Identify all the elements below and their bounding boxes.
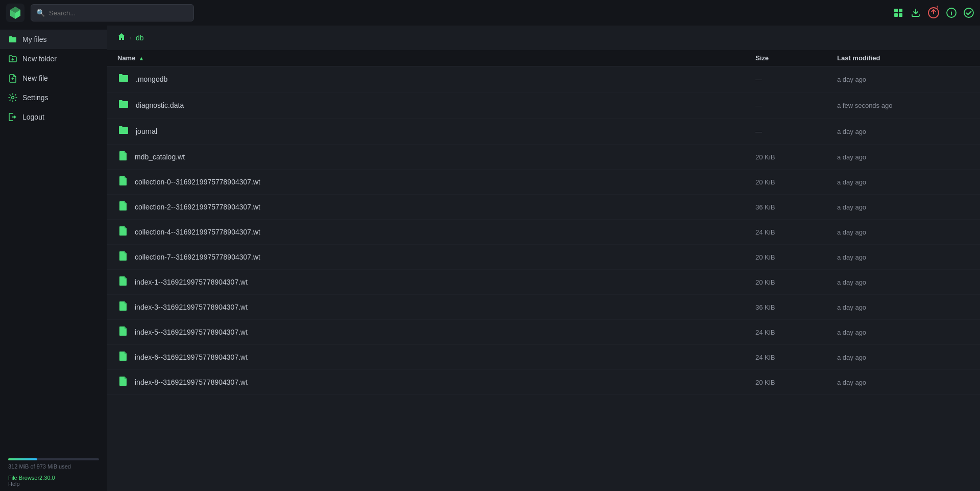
svg-rect-3 xyxy=(894,13,898,17)
file-name-label: index-1--3169219975778904307.wt xyxy=(135,278,248,286)
file-size-label: — xyxy=(755,102,837,109)
upload-icon[interactable]: ↑ xyxy=(928,7,939,18)
plus-folder-icon xyxy=(8,54,17,63)
sidebar-item-my-files[interactable]: My files xyxy=(0,30,107,49)
file-name-label: index-6--3169219975778904307.wt xyxy=(135,353,248,361)
check-icon[interactable] xyxy=(964,8,974,18)
file-name-label: collection-2--3169219975778904307.wt xyxy=(135,203,260,211)
file-size-label: 20 KiB xyxy=(755,379,837,386)
file-date-label: a day ago xyxy=(837,329,970,336)
app-body: My files New folder New file xyxy=(0,26,980,491)
svg-point-8 xyxy=(964,8,973,17)
storage-bar-bg xyxy=(8,458,99,460)
table-row[interactable]: index-5--3169219975778904307.wt 24 KiB a… xyxy=(107,320,980,345)
sidebar-storage: 312 MiB of 973 MiB used File Browser2.30… xyxy=(0,452,107,491)
file-icon xyxy=(117,175,129,189)
file-date-label: a day ago xyxy=(837,76,970,83)
table-row[interactable]: index-1--3169219975778904307.wt 20 KiB a… xyxy=(107,270,980,295)
file-size-label: 24 KiB xyxy=(755,354,837,361)
table-row[interactable]: index-6--3169219975778904307.wt 24 KiB a… xyxy=(107,345,980,370)
file-name-label: diagnostic.data xyxy=(136,101,184,109)
col-size[interactable]: Size xyxy=(755,54,837,62)
breadcrumb-home[interactable] xyxy=(117,33,126,43)
table-row[interactable]: index-3--3169219975778904307.wt 36 KiB a… xyxy=(107,295,980,320)
breadcrumb: › db xyxy=(107,26,980,50)
table-header: Name ▲ Size Last modified xyxy=(107,50,980,66)
storage-label: 312 MiB of 973 MiB used xyxy=(8,463,99,470)
file-date-label: a day ago xyxy=(837,379,970,386)
file-date-label: a day ago xyxy=(837,253,970,261)
search-input[interactable] xyxy=(49,9,188,17)
file-size-label: 20 KiB xyxy=(755,278,837,286)
app-header: 🔍 ↑ i xyxy=(0,0,980,26)
grid-icon[interactable] xyxy=(893,8,903,18)
table-row[interactable]: collection-2--3169219975778904307.wt 36 … xyxy=(107,195,980,220)
sidebar-item-settings[interactable]: Settings xyxy=(0,88,107,107)
file-date-label: a day ago xyxy=(837,178,970,186)
file-icon xyxy=(117,150,129,164)
svg-text:i: i xyxy=(950,9,952,17)
breadcrumb-db[interactable]: db xyxy=(136,34,144,42)
table-row[interactable]: collection-0--3169219975778904307.wt 20 … xyxy=(107,170,980,195)
info-icon[interactable]: i xyxy=(946,8,957,18)
file-size-label: — xyxy=(755,128,837,135)
file-name-label: collection-0--3169219975778904307.wt xyxy=(135,178,260,186)
table-row[interactable]: collection-7--3169219975778904307.wt 20 … xyxy=(107,245,980,270)
file-icon xyxy=(117,200,129,214)
table-row[interactable]: .mongodb — a day ago xyxy=(107,66,980,92)
svg-rect-2 xyxy=(899,9,902,12)
table-row[interactable]: diagnostic.data — a few seconds ago xyxy=(107,92,980,119)
folder-icon xyxy=(117,72,130,87)
sidebar-item-new-folder[interactable]: New folder xyxy=(0,49,107,68)
file-icon xyxy=(117,225,129,239)
breadcrumb-separator: › xyxy=(130,34,132,41)
folder-icon xyxy=(117,124,130,139)
svg-rect-1 xyxy=(894,9,898,12)
main-content: › db Name ▲ Size Last modified .mongo xyxy=(107,26,980,491)
file-date-label: a day ago xyxy=(837,278,970,286)
help-link[interactable]: Help xyxy=(8,481,99,487)
sidebar: My files New folder New file xyxy=(0,26,107,491)
col-modified[interactable]: Last modified xyxy=(837,54,970,62)
table-row[interactable]: mdb_catalog.wt 20 KiB a day ago xyxy=(107,145,980,170)
svg-point-9 xyxy=(12,97,14,99)
table-row[interactable]: journal — a day ago xyxy=(107,119,980,145)
version-label: File Browser2.30.0 xyxy=(8,475,99,481)
search-icon: 🔍 xyxy=(36,9,45,17)
file-name-label: index-8--3169219975778904307.wt xyxy=(135,378,248,386)
app-logo[interactable] xyxy=(6,4,24,22)
folder-icon xyxy=(8,35,17,44)
table-row[interactable]: collection-4--3169219975778904307.wt 24 … xyxy=(107,220,980,245)
file-date-label: a day ago xyxy=(837,354,970,361)
file-name-label: mdb_catalog.wt xyxy=(135,153,185,161)
file-size-label: 36 KiB xyxy=(755,303,837,311)
file-date-label: a day ago xyxy=(837,228,970,236)
sidebar-item-new-folder-label: New folder xyxy=(22,55,57,63)
file-name-label: journal xyxy=(136,127,157,135)
file-size-label: 36 KiB xyxy=(755,203,837,211)
file-table: Name ▲ Size Last modified .mongodb — a d… xyxy=(107,50,980,491)
sidebar-item-logout[interactable]: Logout xyxy=(0,107,107,127)
file-date-label: a day ago xyxy=(837,303,970,311)
search-bar[interactable]: 🔍 xyxy=(31,4,194,21)
svg-rect-4 xyxy=(899,13,902,17)
file-size-label: 20 KiB xyxy=(755,178,837,186)
col-name[interactable]: Name ▲ xyxy=(117,54,755,62)
folder-icon xyxy=(117,98,130,113)
file-name-label: collection-7--3169219975778904307.wt xyxy=(135,253,260,261)
file-size-label: 20 KiB xyxy=(755,253,837,261)
file-icon xyxy=(117,375,129,389)
sidebar-item-my-files-label: My files xyxy=(22,35,46,43)
file-size-label: 24 KiB xyxy=(755,228,837,236)
download-icon[interactable] xyxy=(911,8,921,18)
file-icon xyxy=(117,275,129,289)
file-name-label: .mongodb xyxy=(136,75,167,83)
file-name-label: collection-4--3169219975778904307.wt xyxy=(135,228,260,236)
gear-icon xyxy=(8,93,17,102)
file-size-label: 24 KiB xyxy=(755,329,837,336)
plus-file-icon xyxy=(8,74,17,83)
file-size-label: — xyxy=(755,76,837,83)
sidebar-item-new-file[interactable]: New file xyxy=(0,68,107,88)
file-date-label: a day ago xyxy=(837,203,970,211)
table-row[interactable]: index-8--3169219975778904307.wt 20 KiB a… xyxy=(107,370,980,395)
